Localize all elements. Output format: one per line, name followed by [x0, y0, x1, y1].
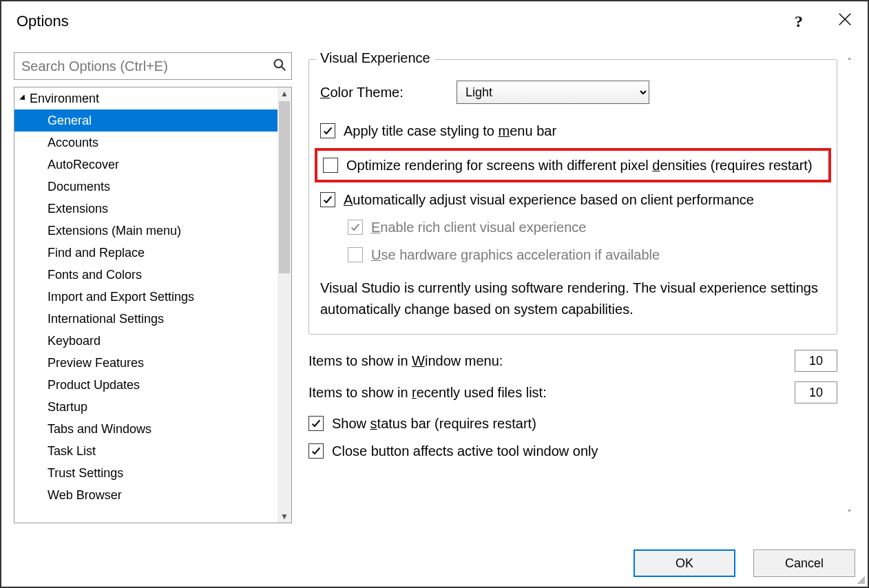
tree-item-general[interactable]: General	[14, 109, 291, 132]
tree-item-find-and-replace[interactable]: Find and Replace	[14, 242, 291, 264]
tree-item-extensions[interactable]: Extensions	[14, 198, 291, 220]
recent-files-items-input[interactable]	[795, 381, 837, 403]
tree-item-startup[interactable]: Startup	[14, 396, 291, 418]
recent-files-items-label: Items to show in recently used files lis…	[308, 385, 782, 401]
use-hardware-accel-checkbox: Use hardware graphics acceleration if av…	[348, 244, 826, 265]
scroll-down-icon[interactable]: ▼	[278, 512, 291, 521]
scroll-up-icon[interactable]: ▲	[278, 89, 291, 98]
close-icon[interactable]	[837, 12, 852, 31]
optimize-rendering-label: Optimize rendering for screens with diff…	[346, 155, 813, 176]
color-theme-select[interactable]: Light	[457, 81, 649, 104]
tree-item-fonts-and-colors[interactable]: Fonts and Colors	[14, 264, 291, 286]
scroll-up-icon[interactable]: ˄	[841, 56, 857, 67]
use-hardware-accel-label: Use hardware graphics acceleration if av…	[371, 244, 660, 265]
window-menu-items-input[interactable]	[795, 350, 837, 372]
apply-title-case-label: Apply title case styling to menu bar	[344, 120, 556, 141]
checkbox-icon	[308, 416, 324, 431]
resize-grip-icon[interactable]	[855, 574, 865, 584]
tree-scrollbar[interactable]: ▲ ▼	[278, 87, 291, 523]
tree-item-preview-features[interactable]: Preview Features	[14, 352, 291, 374]
auto-adjust-checkbox[interactable]: Automatically adjust visual experience b…	[320, 189, 826, 210]
tree-item-accounts[interactable]: Accounts	[14, 132, 291, 154]
tree-item-trust-settings[interactable]: Trust Settings	[14, 462, 291, 484]
tree-item-extensions-main-menu-[interactable]: Extensions (Main menu)	[14, 220, 291, 242]
search-options[interactable]	[14, 52, 292, 80]
caret-down-icon	[19, 94, 27, 102]
checkbox-icon	[323, 158, 338, 173]
tree-item-web-browser[interactable]: Web Browser	[14, 484, 291, 506]
visual-experience-group: Visual Experience Color Theme: Light App…	[308, 59, 837, 335]
scroll-thumb[interactable]	[279, 101, 290, 273]
right-scrollbar[interactable]: ˄ ˅	[841, 52, 857, 523]
show-status-bar-label: Show status bar (requires restart)	[332, 413, 536, 434]
tree-parent-environment[interactable]: Environment	[14, 87, 291, 109]
group-title: Visual Experience	[316, 50, 434, 66]
close-button-affects-label: Close button affects active tool window …	[332, 441, 598, 461]
checkbox-icon	[320, 123, 335, 138]
show-status-bar-checkbox[interactable]: Show status bar (requires restart)	[308, 413, 837, 434]
tree-item-autorecover[interactable]: AutoRecover	[14, 154, 291, 176]
scroll-down-icon[interactable]: ˅	[841, 508, 857, 519]
checkbox-icon	[348, 247, 363, 262]
optimize-rendering-checkbox[interactable]: Optimize rendering for screens with diff…	[315, 148, 831, 182]
enable-rich-client-checkbox: Enable rich client visual experience	[348, 217, 826, 238]
svg-point-2	[275, 59, 283, 67]
auto-adjust-label: Automatically adjust visual experience b…	[344, 189, 754, 210]
help-icon[interactable]: ?	[795, 12, 803, 31]
tree-item-product-updates[interactable]: Product Updates	[14, 374, 291, 396]
rendering-note: Visual Studio is currently using softwar…	[320, 277, 826, 320]
window-menu-items-label: Items to show in Window menu:	[308, 353, 782, 369]
checkbox-icon	[308, 443, 324, 459]
color-theme-label: Color Theme:	[320, 85, 444, 101]
tree-item-task-list[interactable]: Task List	[14, 440, 291, 462]
enable-rich-client-label: Enable rich client visual experience	[371, 217, 586, 238]
apply-title-case-checkbox[interactable]: Apply title case styling to menu bar	[320, 120, 826, 141]
tree-item-import-and-export-settings[interactable]: Import and Export Settings	[14, 286, 291, 308]
tree-item-international-settings[interactable]: International Settings	[14, 308, 291, 330]
search-input[interactable]	[14, 59, 268, 74]
close-button-affects-checkbox[interactable]: Close button affects active tool window …	[308, 441, 837, 461]
tree-item-keyboard[interactable]: Keyboard	[14, 330, 291, 352]
window-title: Options	[17, 12, 69, 30]
svg-line-3	[282, 66, 286, 70]
ok-button[interactable]: OK	[634, 549, 735, 577]
checkbox-icon	[348, 220, 363, 235]
checkbox-icon	[320, 192, 335, 207]
search-icon[interactable]	[268, 58, 291, 75]
tree-item-tabs-and-windows[interactable]: Tabs and Windows	[14, 418, 291, 440]
tree-item-documents[interactable]: Documents	[14, 176, 291, 198]
cancel-button[interactable]: Cancel	[753, 549, 855, 577]
options-tree[interactable]: EnvironmentGeneralAccountsAutoRecoverDoc…	[14, 87, 292, 523]
